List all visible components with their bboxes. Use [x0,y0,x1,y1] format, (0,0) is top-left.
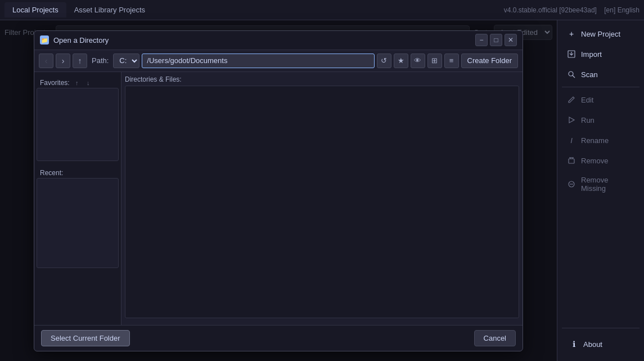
new-project-icon: + [566,29,577,39]
close-button[interactable]: ✕ [505,34,517,46]
create-folder-button[interactable]: Create Folder [461,54,518,68]
sidebar-spacer [557,198,644,326]
new-project-button[interactable]: + New Project [560,24,642,43]
select-current-folder-button[interactable]: Select Current Folder [41,330,130,346]
top-bar: Local Projects Asset Library Projects v4… [0,0,644,20]
new-project-label: New Project [581,30,620,38]
remove-label: Remove [581,157,608,165]
scan-icon [566,69,577,79]
open-directory-dialog: 📁 Open a Directory − □ ✕ ‹ › ↑ Path: C: [34,30,523,351]
recent-panel [37,178,119,268]
bookmark-button[interactable]: ★ [394,54,408,68]
version-info: v4.0.stable.official [92bee43ad] [en] En… [504,6,640,14]
back-button[interactable]: ‹ [39,54,53,68]
import-icon [566,49,577,59]
run-icon [566,115,577,125]
dialog-sidebar: Favorites: ↑ ↓ Recent: [34,72,121,325]
forward-button[interactable]: › [56,54,70,68]
rename-icon: I [566,135,577,145]
svg-marker-4 [569,117,574,123]
about-label: About [583,340,602,349]
svg-line-3 [573,75,575,78]
refresh-button[interactable]: ↺ [377,54,391,68]
hidden-files-button[interactable]: 👁 [411,54,425,68]
right-sidebar: + New Project Import Scan [557,20,644,361]
rename-button[interactable]: I Rename [560,131,642,150]
dialog-footer: Select Current Folder Cancel [34,325,523,351]
edit-label: Edit [581,96,593,104]
cancel-button[interactable]: Cancel [474,330,516,346]
files-content [125,86,519,318]
path-input[interactable] [142,54,374,68]
dialog-folder-icon: 📁 [40,35,49,44]
maximize-button[interactable]: □ [490,34,502,46]
favorites-up-arrow[interactable]: ↑ [73,79,81,87]
edit-button[interactable]: Edit [560,90,642,109]
remove-missing-label: Remove Missing [581,176,635,193]
tab-asset-library[interactable]: Asset Library Projects [66,2,153,17]
sidebar-divider-2 [562,328,640,328]
modal-overlay: 📁 Open a Directory − □ ✕ ‹ › ↑ Path: C: [0,20,557,361]
up-button[interactable]: ↑ [73,54,87,68]
remove-button[interactable]: Remove [560,151,642,170]
sidebar-bottom: ℹ About [557,331,644,358]
run-label: Run [581,116,595,124]
favorites-panel [37,88,119,161]
dialog-title: Open a Directory [53,36,475,44]
about-button[interactable]: ℹ About [562,335,640,354]
about-icon: ℹ [569,339,579,349]
import-button[interactable]: Import [560,44,642,64]
content-area: Filter Projects: Sort: Last Edited 📁 Ope… [0,20,557,361]
drive-select[interactable]: C: [113,54,139,68]
main-layout: Filter Projects: Sort: Last Edited 📁 Ope… [0,20,644,361]
remove-missing-button[interactable]: Remove Missing [560,171,642,197]
recent-section: Recent: [34,167,121,178]
scan-button[interactable]: Scan [560,65,642,84]
path-label: Path: [92,56,109,65]
directories-label: Directories & Files: [125,75,519,83]
sidebar-divider-1 [562,87,640,87]
dialog-titlebar: 📁 Open a Directory − □ ✕ [34,31,523,50]
files-area: Directories & Files: [121,72,523,325]
grid-view-button[interactable]: ⊞ [427,54,442,68]
minimize-button[interactable]: − [475,34,488,46]
tab-local-projects[interactable]: Local Projects [4,2,66,17]
rename-label: Rename [581,136,609,145]
run-button[interactable]: Run [560,110,642,130]
import-label: Import [581,50,602,59]
scan-label: Scan [581,70,598,79]
remove-icon [566,155,577,166]
svg-point-2 [569,72,573,76]
list-view-button[interactable]: ≡ [444,54,459,68]
dialog-wm-buttons: − □ ✕ [475,34,517,46]
dialog-body: Favorites: ↑ ↓ Recent: Directories & Fil… [34,72,523,325]
remove-missing-icon [566,179,577,189]
favorites-section: Favorites: ↑ ↓ [34,77,121,88]
svg-rect-5 [569,159,574,163]
dialog-toolbar: ‹ › ↑ Path: C: ↺ ★ 👁 ⊞ ≡ Create Folder [34,50,523,72]
edit-icon [566,95,577,105]
favorites-down-arrow[interactable]: ↓ [84,79,92,87]
